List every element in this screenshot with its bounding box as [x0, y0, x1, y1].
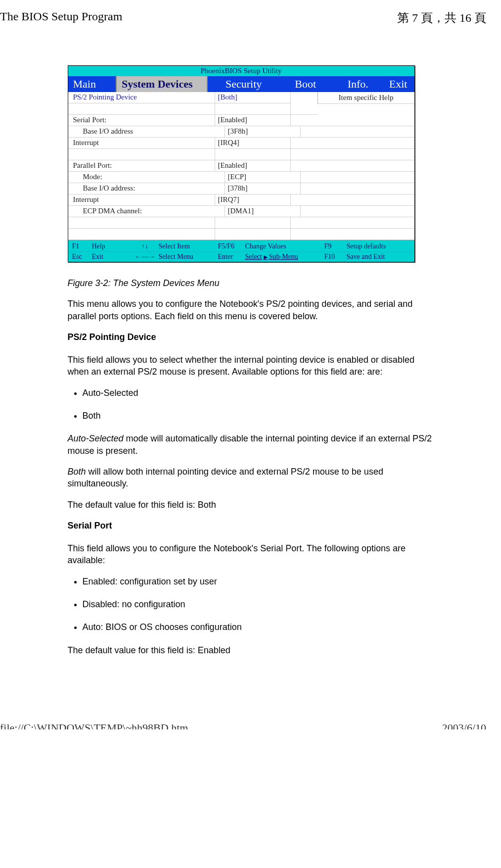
key-f9: F9 — [324, 242, 347, 250]
list-item: Auto-Selected — [83, 387, 434, 399]
key-f1-label: Help — [92, 242, 132, 250]
page-title: The BIOS Setup Program — [0, 10, 122, 26]
bios-field-value — [215, 229, 291, 240]
bios-row: Base I/O address[3F8h] — [68, 126, 414, 138]
ps2-both-desc: Both will allow both internal pointing d… — [68, 466, 434, 490]
tab-exit: Exit — [384, 76, 414, 92]
bios-field-label: Interrupt — [68, 194, 215, 206]
bios-row: PS/2 Pointing Device[Both] — [68, 92, 318, 103]
bios-row: Serial Port:[Enabled] — [68, 115, 414, 126]
ps2-options-list: Auto-Selected Both — [79, 387, 434, 422]
bios-field-label: ECP DMA channel: — [68, 206, 225, 217]
tab-system-devices: System Devices — [116, 76, 208, 92]
bios-help-col — [291, 229, 414, 240]
bios-help-col — [291, 149, 414, 160]
bios-screenshot: PhoenixBIOS Setup Utility Main System De… — [68, 65, 415, 262]
bios-field-value: [IRQ4] — [215, 138, 291, 149]
heading-ps2: PS/2 Pointing Device — [68, 331, 434, 343]
bios-field-value — [215, 103, 291, 115]
save-exit-label: Save and Exit — [347, 253, 385, 261]
bios-row: Interrupt[IRQ4] — [68, 138, 414, 149]
bios-field-value: [Enabled] — [215, 160, 291, 172]
bios-row: Base I/O address:[378h] — [68, 183, 414, 194]
key-f10: F10 — [324, 253, 347, 261]
document-body: Figure 3-2: The System Devices Menu This… — [68, 277, 434, 656]
bios-field-label: Base I/O address: — [68, 183, 225, 194]
bios-field-value: [Enabled] — [215, 115, 291, 126]
bios-field-label: Mode: — [68, 172, 225, 183]
leftright-arrow-icon: ←—→ — [132, 253, 159, 261]
bios-field-label — [68, 229, 215, 240]
list-item: Enabled: configuration set by user — [83, 576, 434, 587]
bios-row — [68, 103, 318, 115]
footer-path: file://C:\WINDOWS\TEMP\~hh98BD.htm — [0, 722, 188, 729]
bios-field-value — [215, 149, 291, 160]
key-esc: Esc — [72, 253, 92, 261]
bios-help-col — [301, 183, 414, 194]
bios-field-value: [ECP] — [225, 172, 301, 183]
bios-row: ECP DMA channel:[DMA1] — [68, 206, 414, 217]
bios-help-col — [291, 92, 318, 103]
key-esc-label: Exit — [92, 253, 132, 261]
key-enter: Enter — [218, 253, 245, 261]
bios-field-value: [DMA1] — [225, 206, 301, 217]
bios-field-label: PS/2 Pointing Device — [68, 92, 215, 103]
updown-arrow-icon: ↑↓ — [132, 242, 159, 250]
change-values-label: Change Values — [245, 242, 324, 250]
bios-help-col — [301, 126, 414, 138]
serial-default: The default value for this field is: Ena… — [68, 644, 434, 656]
list-item: Disabled: no configuration — [83, 598, 434, 610]
page-indicator: 第 7 頁，共 16 頁 — [397, 10, 486, 26]
tab-security: Security — [208, 76, 279, 92]
key-f5f6: F5/F6 — [218, 242, 245, 250]
bios-help-col — [291, 217, 414, 229]
key-f1: F1 — [72, 242, 92, 250]
bios-field-label: Base I/O address — [68, 126, 225, 138]
tab-boot: Boot — [279, 76, 332, 92]
ps2-auto-desc: Auto-Selected mode will automatically di… — [68, 433, 434, 457]
bios-field-label — [68, 103, 215, 115]
bios-footer-keys: F1 Help ↑↓ Select Item F5/F6 Change Valu… — [68, 240, 414, 262]
bios-help-col — [301, 206, 414, 217]
item-specific-help-label: Item specific Help — [318, 92, 414, 104]
bios-field-value: [IRQ7] — [215, 194, 291, 206]
triangle-right-icon — [262, 253, 269, 260]
select-submenu-label: SelectSub-Menu — [245, 253, 324, 261]
serial-options-list: Enabled: configuration set by user Disab… — [79, 576, 434, 633]
heading-serial: Serial Port — [68, 520, 434, 531]
bios-field-value: [Both] — [215, 92, 291, 103]
select-menu-label: Select Menu — [159, 253, 218, 261]
list-item: Both — [83, 410, 434, 422]
bios-field-label: Interrupt — [68, 138, 215, 149]
bios-utility-title: PhoenixBIOS Setup Utility — [68, 66, 414, 76]
figure-caption: Figure 3-2: The System Devices Menu — [68, 277, 434, 289]
list-item: Auto: BIOS or OS chooses configuration — [83, 621, 434, 633]
setup-defaults-label: Setup defaults — [347, 242, 386, 250]
bios-row: Parallel Port:[Enabled] — [68, 160, 414, 172]
bios-field-label — [68, 149, 215, 160]
bios-help-col — [291, 103, 318, 115]
intro-paragraph: This menu allows you to configure the No… — [68, 298, 434, 322]
bios-field-label: Parallel Port: — [68, 160, 215, 172]
tab-main: Main — [68, 76, 116, 92]
bios-row — [68, 149, 414, 160]
serial-desc: This field allows you to configure the N… — [68, 542, 434, 567]
bios-row — [68, 229, 414, 240]
footer-date: 2003/6/10 — [442, 722, 486, 729]
bios-field-label — [68, 217, 215, 229]
bios-row: Mode:[ECP] — [68, 172, 414, 183]
bios-help-col — [291, 138, 414, 149]
bios-help-col — [291, 194, 414, 206]
bios-row — [68, 217, 414, 229]
bios-field-value: [378h] — [225, 183, 301, 194]
bios-row: Interrupt[IRQ7] — [68, 194, 414, 206]
bios-help-col — [301, 172, 414, 183]
tab-info: Info. — [332, 76, 384, 92]
select-item-label: Select Item — [159, 242, 218, 250]
bios-field-value: [3F8h] — [225, 126, 301, 138]
bios-menu-tabs: Main System Devices Security Boot Info. … — [68, 76, 414, 92]
bios-field-value — [215, 217, 291, 229]
ps2-default: The default value for this field is: Bot… — [68, 499, 434, 511]
ps2-desc: This field allows you to select whether … — [68, 354, 434, 378]
bios-help-col — [291, 115, 414, 126]
